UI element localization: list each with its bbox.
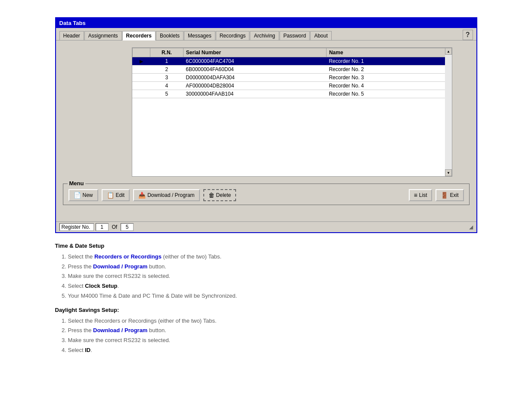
help-button[interactable]: ? — [463, 30, 473, 40]
row-rn: 2 — [150, 65, 184, 74]
day-step-2: Press the Download / Program button. — [68, 326, 477, 335]
step-4-highlight: Clock Setup — [85, 283, 117, 289]
window-title: Data Tabs — [59, 20, 86, 26]
daylight-steps: Select the Recorders or Recordings (eith… — [68, 317, 477, 355]
step-1: Select the Recorders or Recordings (eith… — [68, 252, 477, 262]
exit-icon: 🚪 — [441, 192, 448, 199]
table-row[interactable]: 5 300000004FAAB104 Recorder No. 5 — [132, 90, 451, 98]
content-area: R.N. Serial Number Name ▶ 1 6C0000004FAC… — [56, 40, 476, 221]
day-step-2-highlight: Download / Program — [93, 327, 147, 333]
step-2: Press the Download / Program button. — [68, 262, 477, 271]
edit-label: Edit — [116, 192, 125, 198]
row-name: Recorder No. 5 — [326, 90, 451, 98]
list-button[interactable]: ≡ List — [409, 189, 432, 201]
register-current: 1 — [96, 223, 109, 231]
main-window: Data Tabs Header Assignments Recorders B… — [55, 17, 477, 233]
col-rn-header: R.N. — [150, 48, 184, 57]
menu-buttons: 📄 New 📋 Edit 📥 Download / Program 🗑 Dele… — [68, 189, 464, 201]
day-step-4: Select ID. — [68, 346, 477, 355]
step-3: Make sure the correct RS232 is selected. — [68, 272, 477, 281]
col-indicator — [132, 48, 150, 57]
step-5: Your M4000 Time & Date and PC Time & Dat… — [68, 292, 477, 301]
scrollbar[interactable]: ▲ ▼ — [445, 48, 452, 176]
col-name-header: Name — [326, 48, 451, 57]
time-date-title: Time & Date Setup — [55, 242, 477, 251]
delete-icon: 🗑 — [208, 192, 215, 199]
instructions-section: Time & Date Setup Select the Recorders o… — [55, 242, 477, 355]
row-name: Recorder No. 3 — [326, 74, 451, 82]
row-serial: AF0000004DB28004 — [183, 82, 326, 90]
table-row[interactable]: 3 D00000004DAFA304 Recorder No. 3 — [132, 74, 451, 82]
row-indicator — [132, 74, 150, 82]
day-step-3: Make sure the correct RS232 is selected. — [68, 336, 477, 345]
day-step-1: Select the Recorders or Recordings (eith… — [68, 317, 477, 326]
step-1-highlight: Recorders or Recordings — [94, 253, 162, 260]
tab-messages[interactable]: Messages — [184, 31, 215, 40]
row-indicator — [132, 65, 150, 74]
table-row[interactable]: ▶ 1 6C0000004FAC4704 Recorder No. 1 — [132, 57, 451, 65]
row-indicator: ▶ — [132, 57, 150, 65]
download-label: Download / Program — [147, 192, 194, 198]
daylight-title: Daylight Savings Setup: — [55, 306, 477, 315]
row-name: Recorder No. 1 — [326, 57, 451, 65]
row-name: Recorder No. 4 — [326, 82, 451, 90]
recorders-table: R.N. Serial Number Name ▶ 1 6C0000004FAC… — [132, 48, 452, 98]
resize-handle[interactable]: ◢ — [469, 224, 473, 230]
step-2-highlight: Download / Program — [93, 263, 147, 270]
row-serial: D00000004DAFA304 — [183, 74, 326, 82]
tab-list: Header Assignments Recorders Booklets Me… — [59, 31, 463, 40]
tab-recordings[interactable]: Recordings — [216, 31, 250, 40]
new-label: New — [83, 192, 93, 198]
scroll-track[interactable] — [445, 55, 452, 169]
edit-icon: 📋 — [107, 192, 114, 199]
exit-button[interactable]: 🚪 Exit — [436, 189, 464, 201]
step-4: Select Clock Setup. — [68, 282, 477, 291]
new-icon: 📄 — [74, 192, 81, 199]
row-serial: 6B0000004FA60D04 — [183, 65, 326, 74]
scroll-up-button[interactable]: ▲ — [445, 48, 452, 55]
recorders-table-container: R.N. Serial Number Name ▶ 1 6C0000004FAC… — [132, 47, 452, 177]
edit-button[interactable]: 📋 Edit — [102, 189, 130, 201]
menu-section: Menu 📄 New 📋 Edit 📥 Download / Program 🗑… — [63, 184, 470, 205]
list-icon: ≡ — [414, 192, 417, 199]
row-indicator — [132, 82, 150, 90]
of-label: Of — [110, 224, 119, 230]
tab-about[interactable]: About — [310, 31, 331, 40]
row-name: Recorder No. 2 — [326, 65, 451, 74]
new-button[interactable]: 📄 New — [68, 189, 98, 201]
row-indicator — [132, 90, 150, 98]
col-serial-header: Serial Number — [183, 48, 326, 57]
tab-booklets[interactable]: Booklets — [156, 31, 184, 40]
tab-assignments[interactable]: Assignments — [84, 31, 122, 40]
menu-label: Menu — [68, 180, 86, 187]
download-program-button[interactable]: 📥 Download / Program — [133, 189, 199, 201]
scroll-down-button[interactable]: ▼ — [445, 169, 452, 176]
table-row[interactable]: 2 6B0000004FA60D04 Recorder No. 2 — [132, 65, 451, 74]
row-rn: 4 — [150, 82, 184, 90]
tab-header[interactable]: Header — [59, 31, 84, 40]
register-total: 5 — [121, 223, 134, 231]
download-icon: 📥 — [138, 192, 146, 199]
time-date-steps: Select the Recorders or Recordings (eith… — [68, 252, 477, 301]
delete-button[interactable]: 🗑 Delete — [203, 189, 236, 201]
status-bar: Register No. 1 Of 5 ◢ — [56, 221, 476, 232]
tab-recorders[interactable]: Recorders — [122, 31, 156, 40]
delete-label: Delete — [216, 192, 231, 198]
title-bar: Data Tabs — [56, 18, 476, 28]
row-rn: 5 — [150, 90, 184, 98]
row-rn: 3 — [150, 74, 184, 82]
row-serial: 6C0000004FAC4704 — [183, 57, 326, 65]
register-no-label: Register No. — [59, 223, 94, 231]
day-step-4-highlight: ID — [85, 347, 90, 353]
list-label: List — [419, 192, 427, 198]
exit-label: Exit — [450, 192, 458, 198]
row-rn: 1 — [150, 57, 184, 65]
row-serial: 300000004FAAB104 — [183, 90, 326, 98]
table-row[interactable]: 4 AF0000004DB28004 Recorder No. 4 — [132, 82, 451, 90]
tab-bar: Header Assignments Recorders Booklets Me… — [56, 28, 476, 40]
tab-password[interactable]: Password — [280, 31, 310, 40]
tab-archiving[interactable]: Archiving — [250, 31, 279, 40]
